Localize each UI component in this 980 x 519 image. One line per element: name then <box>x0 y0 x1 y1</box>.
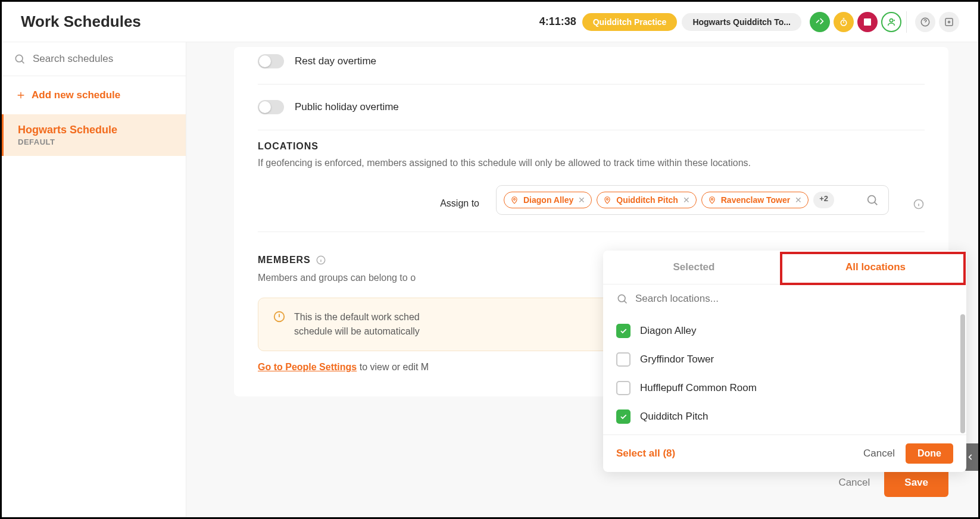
location-option[interactable]: Gryffindor Tower <box>616 345 953 374</box>
stopwatch-button[interactable] <box>834 12 854 32</box>
add-new-schedule[interactable]: Add new schedule <box>2 76 186 114</box>
play-button[interactable] <box>810 12 830 32</box>
location-option[interactable]: Diagon Alley <box>616 317 953 345</box>
remove-chip-icon[interactable]: ✕ <box>683 195 690 205</box>
stop-button[interactable] <box>857 12 878 32</box>
dropdown-list: Diagon Alley Gryffindor Tower Hufflepuff… <box>603 313 966 434</box>
divider <box>906 11 907 33</box>
search-schedules-input[interactable] <box>33 53 174 65</box>
svg-point-2 <box>890 18 892 21</box>
search-row <box>2 42 186 76</box>
scrollbar[interactable] <box>960 314 965 433</box>
search-icon <box>616 293 628 305</box>
people-settings-link[interactable]: Go to People Settings <box>258 362 357 372</box>
location-option[interactable]: Quidditch Pitch <box>616 402 953 431</box>
info-icon[interactable] <box>913 185 925 210</box>
header: Work Schedules 4:11:38 Quidditch Practic… <box>2 2 978 42</box>
pill-project[interactable]: Hogwarts Quidditch To... <box>682 13 801 31</box>
pill-activity[interactable]: Quidditch Practice <box>582 13 678 31</box>
timer: 4:11:38 <box>539 15 576 28</box>
tab-selected[interactable]: Selected <box>603 251 785 284</box>
pin-icon <box>708 196 716 204</box>
team-button[interactable] <box>881 12 901 32</box>
svg-point-10 <box>868 196 876 204</box>
dropdown-footer: Select all (8) Cancel Done <box>603 434 966 472</box>
assign-label: Assign to <box>258 185 479 209</box>
help-button[interactable] <box>915 12 935 32</box>
rest-day-toggle[interactable] <box>258 54 284 68</box>
sidebar: Add new schedule Hogwarts Schedule DEFAU… <box>2 42 186 517</box>
main: Add new schedule Hogwarts Schedule DEFAU… <box>2 42 978 517</box>
location-chip[interactable]: Quidditch Pitch ✕ <box>597 192 696 208</box>
dropdown-search-input[interactable] <box>635 293 953 305</box>
toggle-public-holiday: Public holiday overtime <box>258 93 925 121</box>
svg-point-6 <box>15 55 23 62</box>
search-icon[interactable] <box>866 193 879 207</box>
divider <box>258 232 925 232</box>
schedule-item-hogwarts[interactable]: Hogwarts Schedule DEFAULT <box>2 114 186 156</box>
more-chip[interactable]: +2 <box>813 192 834 208</box>
svg-point-14 <box>618 295 625 302</box>
pin-icon <box>603 196 611 204</box>
remove-chip-icon[interactable]: ✕ <box>795 195 802 205</box>
remove-chip-icon[interactable]: ✕ <box>578 195 585 205</box>
page-title: Work Schedules <box>21 12 141 31</box>
locations-subtitle: If geofencing is enforced, members assig… <box>258 158 925 168</box>
settings-button[interactable] <box>939 12 959 32</box>
search-icon <box>14 53 26 65</box>
svg-point-8 <box>607 198 608 200</box>
cancel-button[interactable]: Cancel <box>838 477 870 489</box>
footer-buttons: Cancel Save <box>838 468 948 497</box>
locations-title: LOCATIONS <box>258 141 925 152</box>
svg-rect-4 <box>945 18 953 26</box>
assign-row: Assign to Diagon Alley ✕ Quidditch Pitch… <box>258 185 925 215</box>
divider <box>258 130 925 130</box>
location-option[interactable]: Hufflepuff Common Room <box>616 374 953 402</box>
svg-point-5 <box>948 21 950 23</box>
warn-icon <box>273 310 286 323</box>
pin-icon <box>510 196 519 204</box>
checkbox[interactable] <box>616 409 631 424</box>
svg-point-9 <box>711 198 713 200</box>
assign-field[interactable]: Diagon Alley ✕ Quidditch Pitch ✕ Ravencl… <box>496 185 889 215</box>
info-icon[interactable] <box>316 255 326 265</box>
location-chip[interactable]: Diagon Alley ✕ <box>504 192 592 208</box>
chevron-left-icon <box>966 453 975 461</box>
location-chip[interactable]: Ravenclaw Tower ✕ <box>701 192 809 208</box>
content: Rest day overtime Public holiday overtim… <box>186 42 978 517</box>
dropdown-done-button[interactable]: Done <box>906 443 953 464</box>
svg-rect-1 <box>864 18 871 26</box>
toggle-rest-day: Rest day overtime <box>258 47 925 76</box>
checkbox[interactable] <box>616 381 631 395</box>
svg-point-7 <box>514 198 516 200</box>
dropdown-cancel-button[interactable]: Cancel <box>863 448 895 459</box>
schedule-tag: DEFAULT <box>18 137 171 146</box>
public-holiday-toggle[interactable] <box>258 100 284 114</box>
locations-dropdown: Selected All locations Diagon Alley Gryf… <box>603 251 966 472</box>
dropdown-search-row <box>603 284 966 313</box>
svg-point-0 <box>841 20 846 25</box>
checkbox[interactable] <box>616 352 631 367</box>
select-all-button[interactable]: Select all (8) <box>616 448 675 459</box>
tab-all-locations[interactable]: All locations <box>785 251 966 284</box>
save-button[interactable]: Save <box>884 468 948 497</box>
divider <box>258 84 925 85</box>
checkbox[interactable] <box>616 324 631 338</box>
schedule-name: Hogwarts Schedule <box>18 124 171 136</box>
members-title: MEMBERS <box>258 255 311 265</box>
plus-icon <box>16 90 26 100</box>
